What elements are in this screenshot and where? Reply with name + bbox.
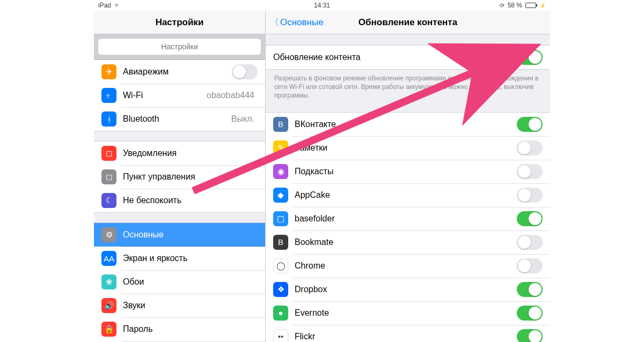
sidebar-item-value: obaobab444	[207, 91, 254, 100]
sidebar-item-bell[interactable]: ◻Уведомления	[94, 142, 265, 165]
flower-icon: ❀	[101, 274, 116, 289]
app-row-bookmate[interactable]: BBookmate	[266, 231, 550, 254]
app-icon-basefolder: ▢	[273, 211, 288, 226]
app-icon-заметки: ✎	[273, 140, 288, 155]
app-label: AppCake	[295, 190, 517, 200]
app-row-вконтакте[interactable]: ВВКонтакте	[266, 113, 550, 136]
app-row-basefolder[interactable]: ▢basefolder	[266, 207, 550, 231]
back-button[interactable]: 〈 Основные	[270, 16, 324, 28]
app-row-подкасты[interactable]: ◉Подкасты	[266, 160, 550, 183]
app-icon-flickr: ••	[273, 329, 288, 342]
lock-icon: 🔒	[101, 322, 116, 337]
detail-title: Обновление контента	[358, 17, 457, 28]
app-label: Bookmate	[295, 237, 517, 247]
master-refresh-label: Обновление контента	[273, 53, 517, 62]
app-label: Заметки	[295, 143, 517, 153]
orientation-lock-icon: ⟳	[500, 2, 504, 9]
app-row-evernote[interactable]: ●Evernote	[266, 301, 550, 325]
bluetooth-icon: ᚼ	[101, 111, 116, 127]
toggle-app-dropbox[interactable]	[517, 282, 543, 297]
app-row-заметки[interactable]: ✎Заметки	[266, 136, 550, 160]
chevron-left-icon: 〈	[270, 16, 279, 28]
toggle-app-basefolder[interactable]	[517, 211, 543, 226]
device-label: iPad	[98, 2, 111, 9]
sidebar-item-label: Экран и яркость	[123, 254, 258, 263]
sidebar-item-airplane[interactable]: ✈Авиарежим	[94, 60, 265, 84]
toggle-app-заметки[interactable]	[517, 140, 543, 155]
battery-icon	[525, 3, 536, 8]
sidebar-item-label: Авиарежим	[123, 67, 232, 77]
toggle-master-refresh[interactable]	[517, 50, 543, 65]
sidebar-item-bluetooth[interactable]: ᚼBluetoothВыкл.	[94, 107, 265, 131]
sidebar-navbar: Настройки	[94, 11, 265, 34]
status-time: 14:31	[314, 2, 330, 9]
toggle-app-вконтакте[interactable]	[517, 117, 543, 132]
sidebar-item-sound[interactable]: 🔊Звуки	[94, 294, 265, 317]
gear-icon: ⚙	[101, 227, 116, 242]
sidebar-item-flower[interactable]: ❀Обои	[94, 270, 265, 294]
sidebar-title: Настройки	[156, 17, 204, 28]
search-input[interactable]	[98, 39, 261, 55]
app-label: Подкасты	[295, 167, 517, 176]
app-row-dropbox[interactable]: ❖Dropbox	[266, 278, 550, 301]
app-label: Chrome	[295, 261, 517, 271]
app-label: Dropbox	[295, 285, 517, 294]
sidebar-item-gear[interactable]: ⚙Основные	[94, 223, 265, 247]
toggle-app-подкасты[interactable]	[517, 164, 543, 179]
sidebar-item-wifi[interactable]: ᯤWi-Fiobaobab444	[94, 84, 265, 107]
sidebar-item-label: Уведомления	[123, 148, 258, 158]
sidebar-item-moon[interactable]: ☾Не беспокоить	[94, 189, 265, 212]
sidebar-item-switch[interactable]: ◻Пункт управления	[94, 165, 265, 189]
section-footer: Разрешать в фоновом режиме обновление пр…	[266, 70, 550, 102]
aa-icon: AA	[101, 251, 116, 266]
sidebar-item-label: Не беспокоить	[123, 196, 258, 205]
wifi-icon: ᯤ	[101, 88, 116, 103]
detail-navbar: 〈 Основные Обновление контента	[266, 11, 550, 34]
status-bar: iPad ᯤ 14:31 ⟳ 58 % ⚡	[94, 0, 550, 11]
app-label: Evernote	[295, 308, 517, 318]
sidebar-item-label: Пароль	[123, 324, 258, 334]
bell-icon: ◻	[101, 146, 116, 161]
sidebar-item-label: Пункт управления	[123, 172, 258, 182]
app-icon-evernote: ●	[273, 306, 288, 321]
toggle-app-flickr[interactable]	[517, 329, 543, 342]
app-icon-подкасты: ◉	[273, 164, 288, 179]
sidebar-item-label: Звуки	[123, 301, 258, 310]
charging-icon: ⚡	[539, 3, 546, 9]
toggle-app-evernote[interactable]	[517, 306, 543, 321]
sidebar-item-lock[interactable]: 🔒Пароль	[94, 317, 265, 341]
sidebar-item-label: Bluetooth	[123, 114, 231, 124]
sidebar-item-label: Основные	[123, 230, 258, 240]
app-icon-appcake: ◆	[273, 188, 288, 203]
toggle-app-chrome[interactable]	[517, 258, 543, 273]
sidebar-item-label: Wi-Fi	[123, 91, 207, 100]
app-icon-вконтакте: В	[273, 117, 288, 132]
sidebar-item-label: Обои	[123, 277, 258, 287]
toggle-app-bookmate[interactable]	[517, 235, 543, 250]
app-icon-bookmate: B	[273, 235, 288, 250]
app-label: ВКонтакте	[295, 120, 517, 129]
app-row-appcake[interactable]: ◆AppCake	[266, 183, 550, 207]
app-label: Flickr	[295, 332, 517, 341]
app-icon-chrome: ◯	[273, 258, 288, 273]
detail-pane: 〈 Основные Обновление контента Обновлени…	[266, 11, 550, 342]
toggle-app-appcake[interactable]	[517, 188, 543, 203]
master-refresh-row[interactable]: Обновление контента	[266, 46, 550, 69]
battery-percent: 58 %	[508, 2, 522, 9]
settings-sidebar: Настройки ✈АвиарежимᯤWi-Fiobaobab444ᚼBlu…	[94, 11, 266, 342]
app-row-flickr[interactable]: ••Flickr	[266, 325, 550, 342]
wifi-icon: ᯤ	[114, 2, 121, 9]
app-icon-dropbox: ❖	[273, 282, 288, 297]
app-row-chrome[interactable]: ◯Chrome	[266, 254, 550, 278]
toggle-airplane[interactable]	[232, 64, 258, 79]
airplane-icon: ✈	[101, 64, 116, 79]
back-label: Основные	[280, 17, 324, 28]
app-label: basefolder	[295, 214, 517, 224]
sidebar-item-value: Выкл.	[231, 114, 254, 124]
sidebar-item-aa[interactable]: AAЭкран и яркость	[94, 247, 265, 270]
sound-icon: 🔊	[101, 298, 116, 313]
moon-icon: ☾	[101, 193, 116, 208]
switch-icon: ◻	[101, 169, 116, 184]
